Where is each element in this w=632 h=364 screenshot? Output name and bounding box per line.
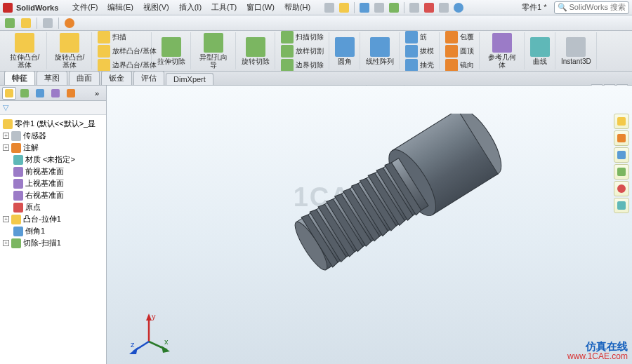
sweep-button[interactable]: 扫描 [96, 31, 148, 44]
new-doc-button[interactable] [323, 1, 336, 14]
tree-feature2-label: 倒角1 [25, 226, 45, 236]
search-input[interactable]: 🔍 SolidWorks 搜索 [554, 1, 629, 14]
extrude-boss-button[interactable]: 拉伸凸台/基体 [6, 32, 44, 70]
boundary-boss-button[interactable]: 边界凸台/基体 [96, 58, 148, 72]
view-orientation-button[interactable] [3, 17, 17, 29]
select-tool-button[interactable] [41, 17, 55, 29]
view-palette-tab[interactable] [614, 164, 629, 180]
rebuild-button[interactable] [423, 1, 435, 14]
shell-button[interactable]: 抽壳 [403, 58, 436, 72]
tree-right-plane[interactable]: 右视基准面 [1, 189, 105, 201]
sweep-cut-button[interactable]: 扫描切除 [279, 31, 326, 44]
menu-view[interactable]: 视图(V) [139, 1, 173, 14]
menu-file[interactable]: 文件(F) [68, 1, 102, 14]
graphics-viewport[interactable]: 1CAE.COM [107, 86, 632, 364]
tree-origin[interactable]: 原点 [1, 201, 105, 213]
revolve-cut-button[interactable]: 旋转切除 [239, 36, 272, 67]
tree-sensors[interactable]: +传感器 [1, 130, 105, 142]
tree-top-plane-label: 上视基准面 [25, 178, 64, 189]
dome-icon [445, 45, 458, 58]
design-library-tab[interactable] [614, 130, 629, 146]
open-doc-button[interactable] [338, 1, 350, 14]
shell-icon [405, 59, 418, 72]
extrude-cut-icon [162, 37, 181, 57]
fillet-icon [335, 37, 355, 57]
curves-button[interactable]: 曲线 [528, 36, 552, 67]
menu-insert[interactable]: 插入(I) [175, 1, 206, 14]
tab-sketch[interactable]: 草图 [37, 71, 67, 85]
linear-pattern-button[interactable]: 线性阵列 [364, 36, 396, 67]
sweep-icon [98, 31, 110, 43]
help-button[interactable] [452, 1, 465, 14]
rib-button[interactable]: 筋 [403, 31, 436, 44]
tree-feature3[interactable]: +切除-扫描1 [1, 237, 105, 249]
expand-icon[interactable]: + [3, 240, 9, 246]
expand-icon[interactable]: + [3, 133, 9, 139]
orientation-triad-icon[interactable]: y x z [128, 312, 170, 354]
revolve-boss-label: 旋转凸台/基体 [53, 53, 86, 69]
property-manager-tab[interactable] [18, 87, 32, 100]
draft-icon [405, 45, 418, 58]
dome-label: 圆顶 [460, 47, 474, 55]
undo-button[interactable] [388, 1, 400, 14]
menu-edit[interactable]: 编辑(E) [103, 1, 138, 14]
triad-z-label: z [131, 340, 135, 349]
mirror-button[interactable]: 镜向 [443, 58, 476, 72]
tab-surface[interactable]: 曲面 [69, 71, 100, 85]
menu-window[interactable]: 窗口(W) [242, 1, 279, 14]
dome-button[interactable]: 圆顶 [443, 44, 476, 58]
revolve-boss-button[interactable]: 旋转凸台/基体 [51, 32, 88, 70]
fillet-button[interactable]: 圆角 [333, 36, 357, 67]
ref-geometry-button[interactable]: 参考几何体 [483, 32, 521, 70]
panel-pin-button[interactable]: » [90, 87, 104, 100]
display-style-button[interactable] [19, 17, 33, 29]
tab-sheetmetal[interactable]: 钣金 [101, 71, 132, 85]
options-button[interactable] [437, 1, 450, 14]
appearances-tab[interactable] [614, 181, 629, 196]
loft-cut-button[interactable]: 放样切割 [279, 44, 326, 58]
tab-dimxpert[interactable]: DimXpert [166, 73, 213, 85]
sweep-cut-label: 扫描切除 [296, 33, 324, 41]
menu-bar: SolidWorks 文件(F) 编辑(E) 视图(V) 插入(I) 工具(T)… [0, 0, 632, 15]
tree-annotations[interactable]: +注解 [1, 142, 105, 154]
hole-wizard-button[interactable]: 异型孔向导 [195, 32, 232, 70]
instant3d-button[interactable]: Instant3D [559, 36, 593, 67]
extrude-cut-button[interactable]: 拉伸切除 [155, 36, 187, 67]
filter-icon[interactable]: ▽ [3, 103, 8, 112]
loft-icon [98, 45, 110, 58]
expand-icon[interactable]: + [3, 216, 9, 222]
tree-material[interactable]: 材质 <未指定> [1, 154, 105, 166]
ref-geom-label: 参考几何体 [485, 53, 519, 69]
ribbon-group-extrude-cut: 拉伸切除 [152, 32, 191, 69]
save-button[interactable] [358, 1, 371, 14]
tree-front-plane[interactable]: 前视基准面 [1, 166, 105, 177]
menu-tools[interactable]: 工具(T) [207, 1, 241, 14]
boundary-cut-button[interactable]: 边界切除 [279, 58, 326, 72]
config-manager-tab[interactable] [33, 87, 47, 100]
file-explorer-tab[interactable] [614, 147, 629, 163]
edit-appearance-button[interactable] [62, 17, 77, 29]
tab-evaluate[interactable]: 评估 [133, 71, 164, 85]
feature-tree-tab[interactable] [2, 87, 16, 100]
tree-feature1[interactable]: +凸台-拉伸1 [1, 213, 105, 225]
boundary-cut-icon [281, 59, 294, 72]
panel-tabs: » [0, 86, 106, 101]
expand-icon[interactable]: + [3, 144, 9, 151]
plane-icon [13, 179, 23, 189]
dimxpert-manager-tab[interactable] [48, 87, 62, 100]
tree-root[interactable]: 零件1 (默认<<默认>_显 [1, 118, 105, 130]
ribbon-group-curves: 曲线 [525, 32, 555, 69]
resources-tab[interactable] [614, 114, 629, 129]
custom-props-tab[interactable] [614, 198, 629, 213]
ribbon-group-sweep: 扫描 放样凸台/基体 边界凸台/基体 [93, 32, 152, 69]
display-manager-tab[interactable] [64, 87, 78, 100]
select-button[interactable] [408, 1, 421, 14]
wrap-button[interactable]: 包覆 [443, 31, 476, 44]
print-button[interactable] [373, 1, 386, 14]
tab-feature[interactable]: 特征 [4, 71, 35, 85]
tree-feature2[interactable]: 倒角1 [1, 225, 105, 237]
menu-help[interactable]: 帮助(H) [280, 1, 315, 14]
tree-top-plane[interactable]: 上视基准面 [1, 177, 105, 189]
draft-button[interactable]: 拔模 [403, 44, 436, 58]
loft-boss-button[interactable]: 放样凸台/基体 [96, 44, 148, 58]
